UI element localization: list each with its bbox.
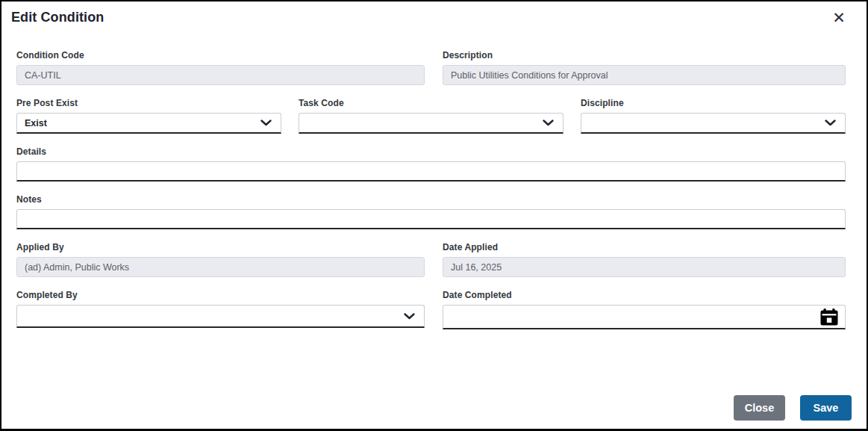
applied-by-input[interactable] [16, 257, 425, 277]
field-discipline: Discipline [581, 98, 846, 134]
field-pre-post-exist: Pre Post Exist Exist [16, 98, 281, 134]
details-input[interactable] [16, 161, 846, 182]
date-applied-label: Date Applied [443, 242, 846, 252]
edit-condition-form: Condition Code Description Pre Post Exis… [1, 25, 867, 329]
pre-post-exist-value: Exist [25, 118, 47, 128]
row-code-description: Condition Code Description [16, 50, 846, 85]
row-details: Details [16, 146, 846, 182]
calendar-icon[interactable] [819, 308, 839, 326]
field-description: Description [443, 50, 846, 85]
applied-by-label: Applied By [16, 242, 425, 252]
details-label: Details [16, 146, 846, 157]
dialog-header: Edit Condition ✕ [1, 1, 867, 25]
field-completed-by: Completed By [16, 290, 425, 329]
dialog-title: Edit Condition [11, 10, 856, 25]
field-notes: Notes [16, 194, 846, 229]
chevron-down-icon [260, 120, 272, 126]
close-button[interactable]: Close [734, 395, 785, 421]
pre-post-exist-label: Pre Post Exist [16, 98, 281, 108]
row-notes: Notes [16, 194, 846, 229]
close-icon[interactable]: ✕ [829, 8, 849, 28]
dialog-footer: Close Save [734, 395, 852, 421]
field-date-completed: Date Completed [443, 290, 846, 329]
chevron-down-icon [825, 120, 836, 126]
pre-post-exist-select[interactable]: Exist [16, 113, 281, 134]
condition-code-input[interactable] [16, 65, 425, 85]
task-code-label: Task Code [299, 98, 563, 108]
description-label: Description [443, 50, 846, 61]
task-code-select[interactable] [299, 113, 563, 134]
chevron-down-icon [404, 313, 415, 320]
notes-input[interactable] [16, 209, 846, 229]
field-applied-by: Applied By [16, 242, 425, 277]
date-completed-input[interactable] [443, 305, 846, 329]
date-applied-input[interactable] [443, 257, 846, 277]
field-date-applied: Date Applied [443, 242, 846, 277]
description-input[interactable] [443, 65, 846, 85]
edit-condition-dialog: Edit Condition ✕ Condition Code Descript… [0, 0, 868, 431]
field-details: Details [16, 146, 846, 182]
field-task-code: Task Code [299, 98, 563, 134]
row-dropdowns: Pre Post Exist Exist Task Code Disciplin… [16, 98, 846, 134]
completed-by-select[interactable] [16, 305, 425, 328]
completed-by-label: Completed By [16, 290, 425, 300]
save-button[interactable]: Save [800, 395, 852, 421]
row-completed: Completed By Date Completed [16, 290, 846, 329]
date-completed-label: Date Completed [443, 290, 846, 300]
chevron-down-icon [543, 120, 554, 126]
notes-label: Notes [16, 194, 846, 205]
discipline-select[interactable] [581, 113, 846, 134]
field-condition-code: Condition Code [16, 50, 425, 85]
condition-code-label: Condition Code [16, 50, 425, 61]
discipline-label: Discipline [581, 98, 846, 108]
row-applied: Applied By Date Applied [16, 242, 846, 277]
